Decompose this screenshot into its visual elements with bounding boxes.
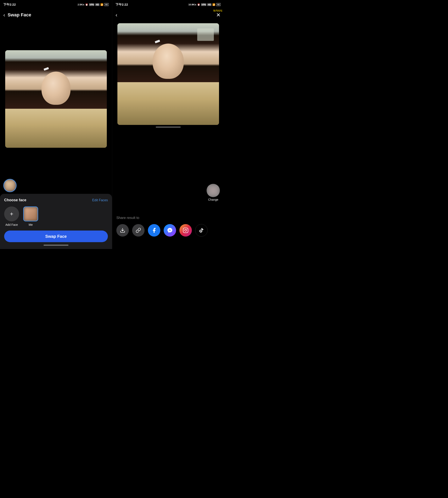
change-label: Change [208,198,218,201]
download-icon [120,228,125,233]
hd-badge: HD [95,3,99,6]
right-back-button[interactable]: ‹ [115,12,117,18]
right-hd-badge: HD [207,3,211,6]
face-selector-row [0,177,112,194]
choose-face-header: Choose face Edit Faces [4,198,108,202]
facebook-icon [151,227,157,233]
instagram-icon [183,227,189,233]
left-status-bar: 下午2:22 2.5K/s ⏰ VPN HD 📶 44 [0,0,112,9]
alarm-icon: ⏰ [85,3,88,6]
wifi-icon: 📶 [100,3,103,6]
bottom-panel: Choose face Edit Faces + Add Face Me [0,194,112,249]
change-face-avatar[interactable] [207,184,220,197]
edit-faces-link[interactable]: Edit Faces [92,198,108,202]
scarf-area [5,109,107,148]
facebook-button[interactable] [148,224,160,236]
right-header: ‹ ✕ [112,9,224,21]
result-face-area [153,44,184,79]
left-panel: 下午2:22 2.5K/s ⏰ VPN HD 📶 44 ‹ Swap Face [0,0,112,249]
room-bg-element [197,28,214,41]
plus-icon: + [10,211,13,217]
link-icon [136,228,141,233]
me-label: Me [29,223,32,226]
swap-face-button[interactable]: Swap Face [4,231,108,242]
messenger-button[interactable] [164,224,176,236]
right-vpn-badge: VPN [201,3,207,6]
share-section: Share result to [116,216,220,236]
right-image-wrapper [112,22,224,125]
choose-face-title: Choose face [4,198,26,202]
right-status-bar: 下午2:22 10.9K/s ⏰ VPN HD 📶 44 [112,0,224,9]
right-battery-icon: 44 [216,3,221,6]
left-image-container [0,21,112,177]
copy-link-button[interactable] [132,224,144,236]
download-button[interactable] [116,224,129,236]
me-face-image [24,207,38,221]
left-home-indicator [44,245,68,246]
me-face-option[interactable]: Me [23,206,38,226]
tiktok-icon [199,228,204,233]
add-face-button[interactable]: + [4,206,19,221]
vpn-badge: VPN [89,3,95,6]
selected-face-bubble[interactable] [3,179,16,192]
svg-rect-1 [183,228,188,232]
face-area [42,72,70,105]
share-icons-row [116,224,220,236]
right-wifi-icon: 📶 [212,3,215,6]
add-face-option[interactable]: + Add Face [4,206,19,226]
share-title: Share result to [116,216,220,220]
result-photo [117,23,219,125]
selected-face-image [4,180,16,192]
result-scarf [117,82,219,125]
change-avatar-image [207,184,220,197]
left-header: ‹ Swap Face [0,9,112,21]
avatar-fill [24,207,38,221]
add-face-label: Add Face [5,223,18,226]
right-panel: 下午2:22 10.9K/s ⏰ VPN HD 📶 44 知乌论坛 ‹ ✕ [112,0,224,249]
me-face-avatar[interactable] [23,206,38,221]
change-face-section[interactable]: Change [207,184,220,201]
right-home-indicator [156,127,181,128]
left-back-button[interactable]: ‹ [3,12,5,18]
face-options-row: + Add Face Me [4,206,108,226]
left-time: 下午2:22 [3,3,16,7]
result-photo-content [117,23,219,125]
speed-indicator: 2.5K/s [78,3,84,6]
right-time: 下午2:22 [115,3,128,7]
right-speed: 10.9K/s [188,3,196,6]
messenger-icon [167,227,173,233]
tiktok-button[interactable] [195,224,208,236]
photo-background [5,50,107,148]
battery-icon: 44 [104,3,109,6]
left-status-icons: 2.5K/s ⏰ VPN HD 📶 44 [78,3,109,6]
right-alarm-icon: ⏰ [197,3,200,6]
right-status-icons: 10.9K/s ⏰ VPN HD 📶 44 [188,3,221,6]
swap-face-button-label: Swap Face [45,234,66,239]
left-page-title: Swap Face [8,12,31,18]
source-photo [5,50,107,148]
instagram-button[interactable] [179,224,192,236]
right-close-button[interactable]: ✕ [216,12,221,18]
